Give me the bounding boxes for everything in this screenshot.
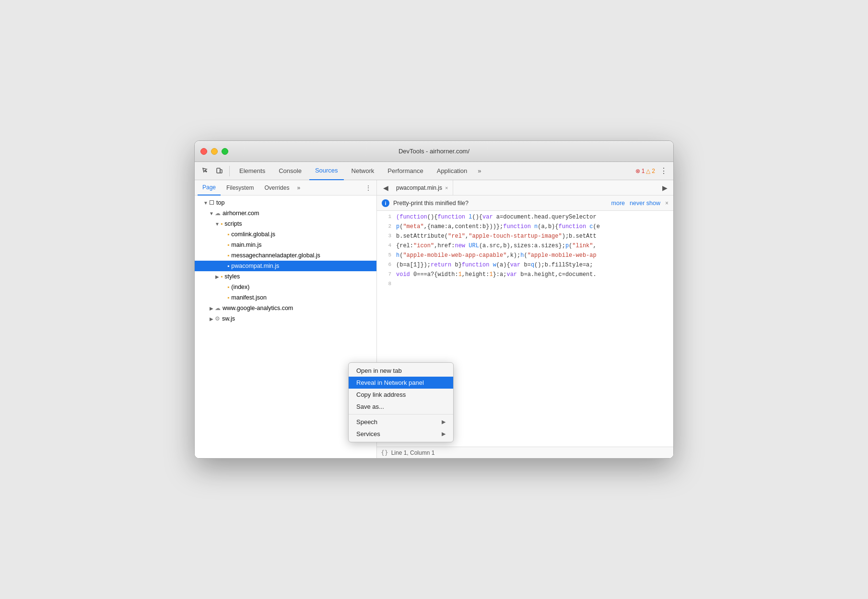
close-button[interactable]	[200, 148, 207, 155]
code-line-5: 5 h("apple-mobile-web-app-capable",k);h(…	[377, 251, 673, 261]
maximize-button[interactable]	[222, 148, 228, 155]
settings-menu-button[interactable]: ⋮	[658, 166, 669, 175]
line-content-7: void 0===a?{width:1,height:1}:a;var b=a.…	[396, 270, 673, 280]
tree-item-top[interactable]: ▼ ☐ top	[195, 197, 376, 208]
tab-network[interactable]: Network	[346, 162, 380, 180]
tab-performance[interactable]: Performance	[382, 162, 429, 180]
ctx-open-new-tab[interactable]: Open in new tab	[349, 365, 453, 377]
tree-arrow-scripts: ▼	[214, 221, 221, 227]
line-num-8: 8	[377, 280, 396, 289]
code-line-7: 7 void 0===a?{width:1,height:1}:a;var b=…	[377, 270, 673, 280]
tab-overrides[interactable]: Overrides	[259, 180, 294, 196]
line-content-5: h("apple-mobile-web-app-capable",k);h("a…	[396, 251, 673, 261]
file-tab-close[interactable]: ×	[445, 185, 448, 191]
tree-item-comlink[interactable]: ▪ comlink.global.js	[195, 229, 376, 240]
sec-tab-more[interactable]: »	[295, 184, 302, 191]
tab-page[interactable]: Page	[198, 180, 221, 196]
line-content-1: (function(){function l(){var a=document.…	[396, 213, 673, 222]
ctx-speech[interactable]: Speech ▶	[349, 416, 453, 428]
tab-elements[interactable]: Elements	[234, 162, 271, 180]
tree-label-sw: sw.js	[222, 315, 235, 322]
tree-arrow-sw: ▶	[208, 316, 215, 322]
toolbar-right: ⊗ 1 △ 2 ⋮	[635, 166, 669, 175]
minimize-button[interactable]	[211, 148, 218, 155]
code-line-6: 6 (b=a[1]});return b}function w(a){var b…	[377, 261, 673, 270]
tree-arrow-top: ▼	[202, 200, 209, 206]
warn-icon: △	[646, 168, 650, 174]
sec-tab-kebab[interactable]: ⋮	[363, 184, 374, 192]
code-line-8: 8	[377, 280, 673, 289]
pp-never-link[interactable]: never show	[630, 200, 660, 207]
tab-back-button[interactable]: ◀	[380, 182, 391, 194]
tree-label-manifest: manifest.json	[231, 294, 267, 301]
tree-label-pwacompat: pwacompat.min.js	[231, 263, 279, 269]
line-num-5: 5	[377, 251, 396, 261]
file-tab-pwacompat[interactable]: pwacompat.min.js ×	[391, 180, 453, 196]
ctx-copy-link[interactable]: Copy link address	[349, 389, 453, 401]
ctx-services-label: Services	[356, 430, 380, 438]
line-content-6: (b=a[1]});return b}function w(a){var b=q…	[396, 261, 673, 270]
line-num-2: 2	[377, 222, 396, 232]
tab-filesystem[interactable]: Filesystem	[222, 180, 258, 196]
file-tab-name: pwacompat.min.js	[396, 184, 442, 191]
tab-forward-button[interactable]: ▶	[659, 182, 670, 194]
code-line-2: 2 p("meta",{name:a,content:b}))};functio…	[377, 222, 673, 232]
tree-item-messagechannel[interactable]: ▪ messagechanneladapter.global.js	[195, 250, 376, 261]
tree-label-airhorner: airhorner.com	[223, 210, 259, 217]
code-line-1: 1 (function(){function l(){var a=documen…	[377, 213, 673, 222]
tree-label-top: top	[216, 199, 224, 206]
context-menu: Open in new tab Reveal in Network panel …	[348, 362, 454, 442]
devtools-window: DevTools - airhorner.com/ Elements Conso…	[194, 140, 674, 459]
line-num-1: 1	[377, 213, 396, 222]
tree-item-styles[interactable]: ▶ ▪ styles	[195, 271, 376, 282]
tree-item-sw[interactable]: ▶ ⚙ sw.js	[195, 313, 376, 324]
code-line-4: 4 {rel:"icon",href:new URL(a.src,b),size…	[377, 242, 673, 251]
toolbar-more[interactable]: »	[475, 167, 484, 174]
tree-label-main: main.min.js	[231, 242, 261, 248]
devtools-body: Page Filesystem Overrides » ⋮ ▼ ☐ top	[195, 180, 673, 458]
checkbox-icon: ☐	[209, 199, 214, 206]
info-icon: i	[382, 199, 389, 207]
ctx-speech-label: Speech	[356, 418, 377, 426]
tree-item-scripts[interactable]: ▼ ▪ scripts	[195, 219, 376, 229]
tree-item-airhorner[interactable]: ▼ ☁ airhorner.com	[195, 208, 376, 219]
ctx-services[interactable]: Services ▶	[349, 428, 453, 440]
toolbar-separator-1	[229, 166, 230, 176]
cloud-icon-analytics: ☁	[215, 305, 221, 311]
tree-item-analytics[interactable]: ▶ ☁ www.google-analytics.com	[195, 303, 376, 313]
file-tabs: ◀ pwacompat.min.js × ▶	[377, 180, 673, 196]
device-icon[interactable]	[213, 165, 225, 177]
line-num-7: 7	[377, 270, 396, 280]
main-toolbar: Elements Console Sources Network Perform…	[195, 162, 673, 180]
ctx-arrow-5: ▶	[442, 431, 446, 437]
file-icon-main: ▪	[227, 242, 229, 248]
ctx-save-as[interactable]: Save as...	[349, 401, 453, 413]
tree-item-pwacompat[interactable]: ▪ pwacompat.min.js	[195, 261, 376, 271]
ctx-open-new-tab-label: Open in new tab	[356, 367, 402, 374]
pp-more-link[interactable]: more	[611, 200, 625, 207]
tree-item-index[interactable]: ▪ (index)	[195, 282, 376, 292]
line-content-2: p("meta",{name:a,content:b}))};function …	[396, 222, 673, 232]
ctx-reveal-network[interactable]: Reveal in Network panel	[349, 377, 453, 389]
status-bar: {} Line 1, Column 1	[377, 447, 673, 458]
error-num: 1	[642, 168, 645, 174]
tree-item-manifest[interactable]: ▪ manifest.json	[195, 292, 376, 303]
tree-arrow-airhorner: ▼	[208, 211, 215, 216]
titlebar: DevTools - airhorner.com/	[195, 141, 673, 162]
line-num-6: 6	[377, 261, 396, 270]
tab-application[interactable]: Application	[431, 162, 473, 180]
inspect-icon[interactable]	[199, 165, 211, 177]
pretty-print-toggle[interactable]: {}	[381, 449, 388, 456]
gear-icon-sw: ⚙	[215, 315, 220, 322]
window-title: DevTools - airhorner.com/	[399, 148, 469, 155]
cloud-icon-airhorner: ☁	[215, 210, 221, 217]
pretty-print-banner: i Pretty-print this minified file? more …	[377, 196, 673, 211]
tree-item-main[interactable]: ▪ main.min.js	[195, 240, 376, 250]
svg-rect-1	[220, 170, 222, 173]
tree-label-comlink: comlink.global.js	[231, 231, 275, 238]
pp-close-button[interactable]: ×	[665, 200, 669, 207]
tab-sources[interactable]: Sources	[309, 162, 344, 180]
tab-console[interactable]: Console	[273, 162, 307, 180]
tree-arrow-analytics: ▶	[208, 306, 215, 311]
error-count: ⊗ 1 △ 2	[635, 168, 655, 174]
